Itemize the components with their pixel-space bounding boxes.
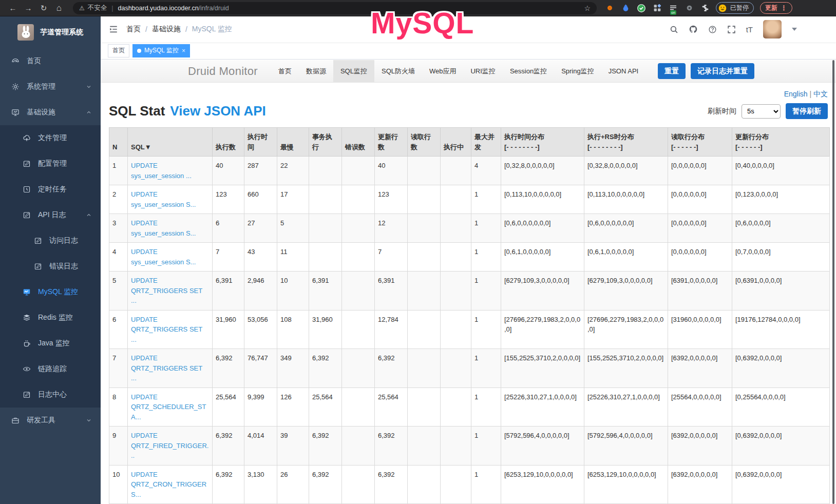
cell-errors (342, 157, 375, 185)
col-header-exec_time_dist[interactable]: 执行时间分布[- - - - - - - -] (501, 128, 584, 157)
blocks-extension-icon[interactable] (653, 4, 662, 13)
browser-back-icon[interactable] (5, 2, 21, 15)
sql-link[interactable]: UPDATE QRTZ_FIRED_TRIGGER... (131, 432, 208, 459)
cell-exec_time: 660 (244, 185, 277, 214)
sidebar-item-file-management[interactable]: 文件管理 (0, 125, 101, 151)
druid-nav-item[interactable]: Web应用 (422, 60, 464, 83)
col-header-exec_count[interactable]: 执行数 (213, 128, 244, 157)
sql-link[interactable]: UPDATE QRTZ_TRIGGERS SET ... (131, 354, 202, 382)
cell-n: 5 (109, 272, 128, 311)
sidebar-item-config-management[interactable]: 配置管理 (0, 151, 101, 177)
tag-home[interactable]: 首页 (108, 44, 129, 57)
breadcrumb-home[interactable]: 首页 (126, 25, 141, 34)
browser-reload-icon[interactable] (36, 2, 51, 15)
sql-link[interactable]: UPDATE QRTZ_CRON_TRIGGERS... (131, 471, 206, 498)
sidebar-item-system[interactable]: 系统管理 (0, 74, 101, 100)
reset-button[interactable]: 重置 (658, 63, 686, 79)
cell-exec_count: 6,392 (213, 427, 244, 466)
col-header-slowest[interactable]: 最慢 (277, 128, 309, 157)
gray-extension-icon[interactable] (685, 4, 694, 13)
font-size-icon[interactable] (746, 25, 753, 34)
browser-profile-chip[interactable]: 已暂停 (716, 2, 754, 14)
user-avatar[interactable] (763, 20, 782, 38)
sql-link[interactable]: UPDATE QRTZ_TRIGGERS SET ... (131, 316, 202, 343)
lang-english-link[interactable]: English (784, 90, 808, 98)
sql-link[interactable]: UPDATE QRTZ_SCHEDULER_STA... (131, 393, 206, 421)
orange-extension-icon[interactable] (605, 4, 614, 13)
app-logo-row[interactable]: 芋道管理系统 (0, 16, 101, 48)
security-label[interactable]: 不安全 (88, 4, 107, 12)
lang-chinese-link[interactable]: 中文 (813, 90, 828, 98)
refresh-interval-select[interactable]: 5s (742, 104, 781, 119)
green-check-extension-icon[interactable] (637, 4, 646, 13)
browser-forward-icon[interactable] (21, 2, 36, 15)
fullscreen-icon[interactable] (727, 25, 736, 34)
col-header-exec_rs_dist[interactable]: 执行+RS时分布[- - - - - - - -] (584, 128, 668, 157)
druid-nav-item[interactable]: Session监控 (503, 60, 554, 83)
pause-refresh-button[interactable]: 暂停刷新 (786, 103, 828, 119)
col-header-exec_time[interactable]: 执行时间 (244, 128, 277, 157)
col-header-read_row_dist[interactable]: 读取行分布[- - - - - -] (668, 128, 732, 157)
hamburger-icon[interactable] (109, 25, 118, 34)
avatar-caret-icon[interactable] (792, 28, 797, 31)
sidebar-item-scheduled-jobs[interactable]: 定时任务 (0, 177, 101, 202)
sql-link[interactable]: UPDATE QRTZ_TRIGGERS SET ... (131, 277, 202, 304)
sidebar-item-error-logs[interactable]: 错误日志 (0, 254, 101, 279)
sql-link[interactable]: UPDATE sys_user_session S... (131, 190, 196, 208)
browser-home-icon[interactable] (51, 2, 67, 15)
sidebar-item-access-logs[interactable]: 访问日志 (0, 228, 101, 254)
help-icon[interactable] (708, 25, 717, 34)
extensions-puzzle-icon[interactable] (700, 4, 710, 13)
content-scrollbar[interactable] (832, 60, 834, 504)
col-header-read_rows[interactable]: 读取行数 (408, 128, 441, 157)
sidebar-item-mysql-monitor[interactable]: MySQL 监控 (0, 279, 101, 305)
browser-update-button[interactable]: 更新 (760, 2, 792, 14)
eye-icon (23, 364, 32, 374)
col-header-errors[interactable]: 错误数 (342, 128, 375, 157)
col-header-update_row_dist[interactable]: 更新行分布[- - - - - -] (732, 128, 830, 157)
sidebar-item-tracing[interactable]: 链路追踪 (0, 356, 101, 382)
col-header-sql[interactable]: SQL▼ (128, 128, 213, 157)
col-header-tx_exec[interactable]: 事务执行 (309, 128, 342, 157)
list-extension-icon[interactable]: on (669, 4, 678, 13)
url-bar[interactable]: 不安全 | dashboard.yudao.iocoder.cn /infra/… (73, 2, 597, 14)
github-icon[interactable] (689, 25, 698, 34)
sidebar-item-redis-monitor[interactable]: Redis 监控 (0, 305, 101, 331)
druid-nav-item[interactable]: SQL防火墙 (374, 60, 422, 83)
druid-nav-item[interactable]: URI监控 (463, 60, 502, 83)
sql-link[interactable]: UPDATE sys_user_session ... (131, 162, 192, 180)
bookmark-star-icon[interactable] (584, 4, 591, 12)
blue-drop-extension-icon[interactable] (621, 4, 630, 13)
druid-nav-item[interactable]: 数据源 (299, 60, 333, 83)
browser-menu-icon[interactable] (781, 4, 787, 12)
log-and-reset-button[interactable]: 记录日志并重置 (691, 63, 754, 79)
sql-link[interactable]: UPDATE sys_user_session S... (131, 219, 196, 237)
sidebar-item-dev-tools[interactable]: 研发工具 (0, 408, 101, 433)
cell-exec_time_dist: [5792,596,4,0,0,0,0,0] (501, 427, 584, 466)
druid-nav-item[interactable]: Spring监控 (554, 60, 601, 83)
tag-mysql-monitor[interactable]: MySQL 监控 (132, 44, 190, 57)
col-header-n[interactable]: N (109, 128, 128, 157)
extensions-row: on (605, 4, 710, 13)
sidebar-item-infra[interactable]: 基础设施 (0, 100, 101, 125)
druid-nav-item[interactable]: 首页 (271, 60, 299, 83)
sql-link[interactable]: UPDATE sys_user_session S... (131, 248, 196, 266)
cell-errors (342, 243, 375, 272)
breadcrumb-infra[interactable]: 基础设施 (152, 25, 181, 34)
cell-max_concurrent: 1 (471, 349, 501, 388)
search-icon[interactable] (670, 25, 678, 34)
cell-exec_count: 123 (213, 185, 244, 214)
col-header-max_concurrent[interactable]: 最大并发 (471, 128, 501, 157)
cell-exec_time: 3,130 (244, 465, 277, 504)
druid-nav-item[interactable]: SQL监控 (333, 60, 374, 83)
druid-nav-item[interactable]: JSON API (601, 60, 646, 83)
view-json-api-link[interactable]: View JSON API (170, 103, 265, 119)
close-icon[interactable] (182, 47, 185, 54)
col-header-update_rows[interactable]: 更新行数 (375, 128, 408, 157)
monitor-icon (11, 108, 21, 117)
sidebar-item-home[interactable]: 首页 (0, 48, 101, 74)
sidebar-item-java-monitor[interactable]: Java 监控 (0, 331, 101, 356)
sidebar-item-log-center[interactable]: 日志中心 (0, 382, 101, 408)
sidebar-item-api-logs[interactable]: API 日志 (0, 202, 101, 228)
col-header-running[interactable]: 执行中 (441, 128, 471, 157)
